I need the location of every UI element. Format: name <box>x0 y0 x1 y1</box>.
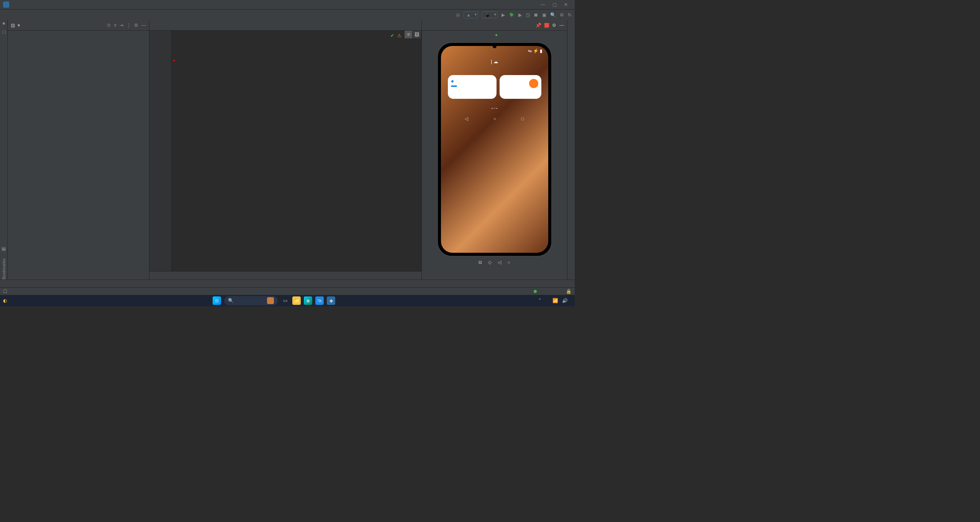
fold-button[interactable]: ◇ <box>488 260 492 265</box>
nav-back-icon[interactable]: ◁ <box>465 116 468 121</box>
right-gutter <box>567 20 575 280</box>
emulator-hide-icon[interactable]: — <box>559 23 564 28</box>
show-options-icon[interactable]: ⋮ <box>126 23 131 28</box>
attach-button[interactable]: ⏹ <box>534 12 538 18</box>
left-gutter: ■ ▢ 结构 Bookmarks <box>0 20 8 280</box>
profile-button[interactable]: ◳ <box>526 12 530 18</box>
volume-icon[interactable]: 🔊 <box>562 298 568 303</box>
widget-health[interactable] <box>500 75 541 99</box>
fold-gutter[interactable] <box>166 31 172 271</box>
stop-button[interactable] <box>544 23 549 28</box>
run-config-select[interactable]: ▲ <box>464 11 478 18</box>
nav-recent-icon[interactable]: □ <box>521 116 524 121</box>
close-button[interactable]: ✕ <box>560 2 572 7</box>
line-number-gutter <box>149 31 166 271</box>
wifi-icon[interactable]: 📶 <box>552 298 558 303</box>
device-manager-button[interactable]: ▣ <box>542 12 546 18</box>
debug-button[interactable]: 🪲 <box>509 12 515 18</box>
editor-tabs <box>149 20 421 31</box>
inspection-pass-icon[interactable]: ✔ <box>390 32 394 39</box>
project-tree[interactable] <box>8 31 149 280</box>
nav-home-icon[interactable]: ○ <box>493 116 496 121</box>
files-tool-button[interactable]: ▢ <box>1 30 6 35</box>
gear-icon[interactable]: ⚙ <box>134 23 138 28</box>
tray-chevron-icon[interactable]: ˄ <box>539 298 541 303</box>
dropdown-icon[interactable]: ▾ <box>18 23 20 28</box>
device-select[interactable]: 📱 <box>482 11 498 18</box>
phone-battery: ⇋ ⚡ ▮ <box>528 48 543 54</box>
status-dot-icon: ● <box>495 32 498 38</box>
phone-screen[interactable]: ⇋ ⚡ ▮ | ☁ ◆ <box>441 46 548 253</box>
home-button[interactable]: ○ <box>507 260 510 265</box>
editor-area: ≡ 🖼 ✔ ⚠ ⌃ ⌄ <box>149 20 421 280</box>
maximize-button[interactable]: ▢ <box>549 2 560 7</box>
phone-date: | ☁ <box>441 59 548 64</box>
edge-icon[interactable]: ◉ <box>304 296 312 305</box>
event-log-icon[interactable]: ☐ <box>3 289 7 294</box>
taskbar-search[interactable]: 🔍 <box>224 296 278 305</box>
navigation-bar: ◎ ▲ 📱 ▶ 🪲 ▶̤ ◳ ⏹ ▣ 🔍 ⚙ ↻ <box>0 9 575 20</box>
pin-icon[interactable]: 📌 <box>536 23 541 28</box>
widget-suggestion[interactable]: ◆ <box>448 75 497 99</box>
widget-try-button[interactable] <box>451 85 457 87</box>
collapse-all-icon[interactable]: ⇥ <box>120 23 123 28</box>
settings-button[interactable]: ⚙ <box>560 12 564 18</box>
emulator-gear-icon[interactable]: ⚙ <box>552 23 556 28</box>
explorer-icon[interactable]: 📁 <box>292 296 301 305</box>
deveco-icon[interactable]: ◆ <box>327 296 335 305</box>
folder-icon: ▤ <box>11 23 15 28</box>
target-icon[interactable]: ◎ <box>456 12 460 18</box>
emulator-panel: 📌 ⚙ — ● ⇋ ⚡ ▮ | ☁ <box>421 20 567 280</box>
status-dot-icon <box>534 290 537 293</box>
lock-icon[interactable]: 🔒 <box>566 289 572 294</box>
search-button[interactable]: 🔍 <box>550 12 556 18</box>
back-button[interactable]: ◁ <box>498 260 501 265</box>
minimize-button[interactable]: — <box>537 2 549 7</box>
title-bar: — ▢ ✕ <box>0 0 575 9</box>
page-indicator: • ─ • <box>441 106 548 110</box>
select-opened-icon[interactable]: ⊙ <box>107 23 111 28</box>
start-button[interactable]: ⊞ <box>213 296 221 305</box>
weather-icon[interactable]: ◐ <box>3 298 7 303</box>
inspection-down-icon[interactable]: ⌄ <box>415 32 418 39</box>
bottom-tool-bar <box>0 280 575 287</box>
expand-all-icon[interactable]: ≡ <box>114 23 116 28</box>
code-editor[interactable]: ≡ 🖼 ✔ ⚠ ⌃ ⌄ <box>149 31 421 271</box>
project-tool-button[interactable]: ■ <box>2 21 6 26</box>
sync-button[interactable]: ↻ <box>568 12 572 18</box>
inspection-up-icon[interactable]: ⌃ <box>408 32 411 39</box>
windows-taskbar[interactable]: ◐ ⊞ 🔍 ▭ 📁 ◉ 🛍 ◆ ˄ 📶 🔊 <box>0 295 575 306</box>
screenshot-button[interactable]: ⧉ <box>479 260 482 265</box>
run-icon <box>529 79 538 88</box>
task-view-icon[interactable]: ▭ <box>281 296 289 305</box>
bookmarks-tool-button[interactable]: Bookmarks <box>2 259 6 280</box>
phone-frame: ⇋ ⚡ ▮ | ☁ ◆ <box>437 42 552 257</box>
run-button[interactable]: ▶ <box>501 12 505 18</box>
editor-breadcrumb[interactable] <box>149 271 421 280</box>
project-panel: ▤ ▾ ⊙ ≡ ⇥ ⋮ ⚙ — <box>8 20 149 280</box>
store-icon[interactable]: 🛍 <box>315 296 324 305</box>
phone-notch <box>493 44 497 48</box>
app-logo-icon <box>3 2 9 8</box>
coverage-button[interactable]: ▶̤ <box>518 12 522 18</box>
hide-icon[interactable]: — <box>141 23 146 28</box>
highlight-box <box>173 60 175 61</box>
status-bar: ☐ 🔒 <box>0 287 575 295</box>
